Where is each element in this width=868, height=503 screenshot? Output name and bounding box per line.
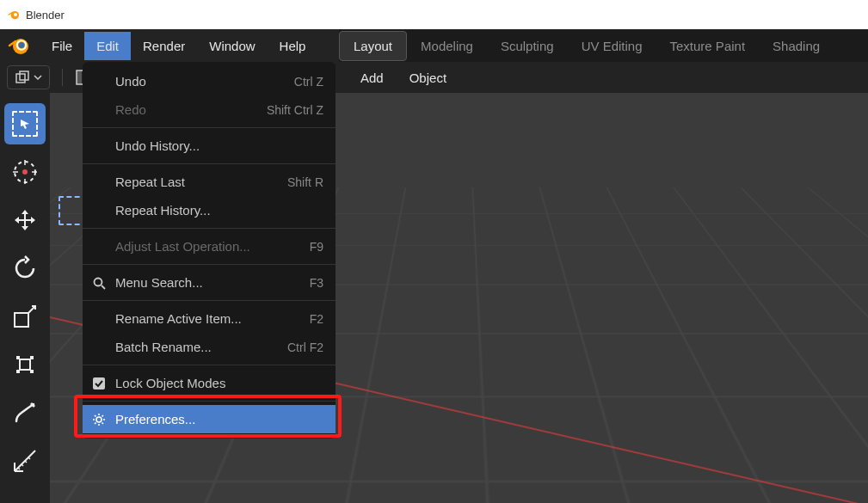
menu-item-label: Adjust Last Operation...: [115, 239, 250, 254]
menu-add[interactable]: Add: [354, 67, 391, 89]
svg-rect-12: [20, 359, 30, 370]
menu-separator: [83, 228, 336, 229]
os-window-title: Blender: [26, 9, 65, 21]
tool-scale[interactable]: [4, 296, 46, 337]
box-select-icon: [12, 111, 38, 137]
menu-help[interactable]: Help: [268, 32, 318, 60]
tool-move[interactable]: [4, 199, 46, 241]
svg-point-19: [96, 417, 102, 422]
menu-item-label: Rename Active Item...: [115, 311, 242, 326]
menu-item-lock-object-modes[interactable]: Lock Object Modes: [83, 369, 336, 397]
search-icon: [91, 275, 107, 291]
shortcut-label: Ctrl F2: [287, 340, 323, 354]
tab-texture-paint[interactable]: Texture Paint: [656, 32, 760, 60]
menu-item-batch-rename[interactable]: Batch Rename... Ctrl F2: [83, 333, 336, 361]
menu-item-label: Lock Object Modes: [115, 376, 225, 390]
menu-item-preferences[interactable]: Preferences...: [83, 405, 336, 433]
measure-icon: [11, 447, 39, 475]
object-mode-icon: [15, 70, 30, 85]
tool-measure[interactable]: [4, 440, 46, 482]
menu-item-label: Batch Rename...: [115, 340, 212, 354]
menu-item-undo[interactable]: Undo Ctrl Z: [83, 67, 336, 95]
tool-cursor[interactable]: [4, 151, 46, 193]
scale-icon: [11, 303, 39, 330]
toolbar: [0, 93, 50, 503]
annotate-icon: [11, 399, 39, 426]
menu-item-label: Repeat Last: [115, 175, 185, 189]
blender-app-icon[interactable]: [7, 34, 31, 58]
menu-separator: [83, 365, 336, 365]
svg-rect-8: [77, 71, 82, 84]
checkbox-checked-icon: [91, 376, 107, 391]
shortcut-label: Ctrl Z: [294, 75, 323, 89]
edit-menu-dropdown: Undo Ctrl Z Redo Shift Ctrl Z Undo Histo…: [83, 62, 336, 439]
svg-rect-14: [30, 356, 34, 359]
svg-rect-5: [16, 74, 25, 83]
svg-rect-11: [15, 313, 28, 327]
menu-item-undo-history[interactable]: Undo History...: [83, 132, 336, 160]
tool-annotate[interactable]: [4, 392, 46, 433]
menu-item-repeat-history[interactable]: Repeat History...: [83, 196, 336, 224]
shortcut-label: Shift Ctrl Z: [267, 103, 323, 117]
gear-icon: [91, 412, 107, 427]
menu-separator: [83, 163, 336, 164]
tool-transform[interactable]: [4, 344, 46, 385]
shortcut-label: F9: [310, 240, 323, 254]
menu-separator: [83, 401, 336, 402]
menu-item-rename-active[interactable]: Rename Active Item... F2: [83, 304, 336, 333]
shortcut-label: F3: [310, 276, 323, 290]
tab-modeling[interactable]: Modeling: [407, 32, 487, 60]
mode-dropdown[interactable]: [7, 65, 50, 89]
svg-point-1: [14, 13, 17, 16]
menu-item-repeat-last[interactable]: Repeat Last Shift R: [83, 168, 336, 196]
blender-logo-icon: [7, 8, 21, 21]
tab-layout[interactable]: Layout: [339, 31, 407, 61]
tab-sculpting[interactable]: Sculpting: [487, 32, 568, 60]
tool-rotate[interactable]: [4, 248, 46, 289]
menu-separator: [83, 127, 336, 128]
tool-select-box[interactable]: [4, 103, 46, 144]
chevron-down-icon: [34, 73, 42, 82]
os-title-bar: Blender: [0, 0, 868, 29]
menu-edit[interactable]: Edit: [84, 32, 131, 60]
svg-rect-15: [16, 370, 20, 373]
svg-rect-13: [16, 356, 20, 359]
svg-point-17: [95, 278, 102, 285]
separator: [62, 69, 63, 86]
menu-item-label: Menu Search...: [115, 275, 203, 290]
menu-separator: [83, 264, 336, 265]
transform-icon: [11, 351, 39, 378]
svg-point-10: [22, 169, 28, 175]
move-icon: [11, 206, 39, 234]
menu-render[interactable]: Render: [131, 32, 197, 60]
svg-rect-18: [93, 377, 105, 390]
menu-item-adjust-last-op[interactable]: Adjust Last Operation... F9: [83, 232, 336, 261]
menu-object[interactable]: Object: [403, 67, 453, 89]
menu-separator: [83, 300, 336, 301]
cursor-3d-icon: [11, 158, 39, 186]
shortcut-label: F2: [310, 312, 323, 326]
menu-item-redo[interactable]: Redo Shift Ctrl Z: [83, 95, 336, 124]
menu-window[interactable]: Window: [197, 32, 267, 60]
menu-item-menu-search[interactable]: Menu Search... F3: [83, 268, 336, 297]
menu-file[interactable]: File: [40, 32, 84, 60]
rotate-icon: [11, 255, 39, 282]
menu-item-label: Undo History...: [115, 138, 200, 153]
menu-item-label: Preferences...: [115, 412, 195, 426]
tab-uv-editing[interactable]: UV Editing: [568, 32, 656, 60]
workspace-tabs: Layout Modeling Sculpting UV Editing Tex…: [339, 29, 868, 62]
svg-point-3: [19, 42, 25, 48]
tab-shading[interactable]: Shading: [759, 32, 834, 60]
menu-item-label: Undo: [115, 74, 146, 89]
shortcut-label: Shift R: [287, 175, 323, 189]
menu-item-label: Redo: [115, 102, 146, 117]
svg-rect-16: [30, 370, 34, 373]
menu-item-label: Repeat History...: [115, 203, 211, 218]
svg-rect-6: [20, 71, 28, 80]
